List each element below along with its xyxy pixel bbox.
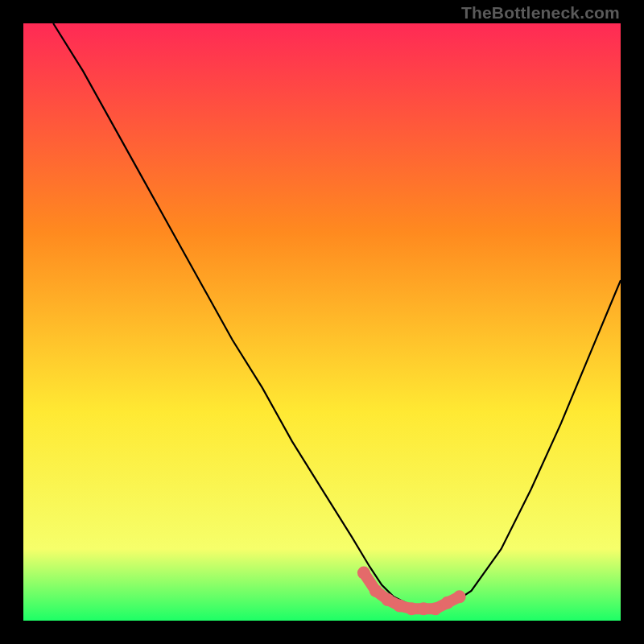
- marker-point: [369, 584, 382, 597]
- marker-point: [417, 602, 430, 615]
- marker-point: [382, 593, 394, 606]
- marker-point: [394, 600, 407, 613]
- gradient-background: [23, 23, 621, 621]
- marker-point: [429, 602, 442, 615]
- bottleneck-chart: [23, 23, 621, 621]
- marker-point: [405, 602, 418, 615]
- watermark-text: TheBottleneck.com: [461, 3, 620, 23]
- marker-point: [453, 590, 466, 603]
- chart-frame: [23, 23, 621, 621]
- marker-point: [357, 567, 370, 580]
- marker-point: [441, 597, 454, 609]
